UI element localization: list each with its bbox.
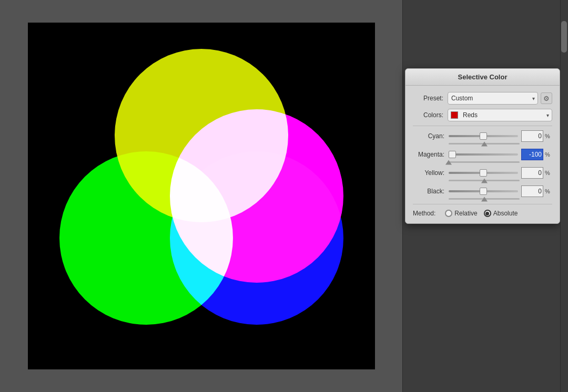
preset-dropdown-wrapper: Custom Default ▾ [448, 92, 538, 105]
yellow-slider-track [449, 180, 520, 181]
magenta-thumb-row [413, 161, 552, 163]
magenta-value-input[interactable] [521, 149, 543, 160]
yellow-slider[interactable] [449, 172, 518, 174]
absolute-label: Absolute [493, 210, 518, 217]
magenta-slider-section: Magenta: % [413, 149, 552, 163]
colors-select[interactable]: Reds Yellows Greens Cyans Blues Magentas… [448, 109, 552, 121]
black-row: Black: % [413, 185, 552, 197]
panel-title-bar: Selective Color [405, 69, 560, 86]
cyan-percent: % [545, 133, 552, 139]
selective-color-panel: Selective Color Preset: Custom Default ▾… [405, 68, 560, 224]
cyan-slider-track [449, 143, 520, 145]
black-thumb-indicator-icon [481, 197, 488, 201]
yellow-row: Yellow: % [413, 167, 552, 179]
magenta-thumb-indicator-icon [445, 160, 452, 164]
gear-icon: ⚙ [543, 95, 550, 102]
cyan-thumb-indicator-icon [481, 141, 488, 146]
yellow-value-input[interactable] [521, 167, 543, 179]
image-frame [28, 23, 375, 369]
black-slider-section: Black: % [413, 185, 552, 200]
cyan-value-input[interactable] [521, 130, 543, 142]
magenta-label: Magenta: [413, 151, 444, 158]
preset-label: Preset: [413, 95, 443, 102]
absolute-option[interactable]: Absolute [484, 210, 518, 217]
magenta-slider-track [449, 161, 520, 163]
magenta-row: Magenta: % [413, 149, 552, 160]
absolute-radio-icon[interactable] [484, 210, 491, 217]
preset-select[interactable]: Custom Default [448, 92, 538, 105]
black-slider[interactable] [449, 190, 518, 192]
magenta-slider[interactable] [449, 153, 518, 156]
black-value-input[interactable] [521, 185, 543, 197]
divider-2 [413, 204, 552, 204]
method-label: Method: [413, 210, 435, 217]
colors-row: Colors: Reds Yellows Greens Cyans Blues … [413, 109, 552, 121]
yellow-thumb-row [413, 180, 552, 181]
scrollbar[interactable] [560, 0, 568, 392]
preset-row: Preset: Custom Default ▾ ⚙ [413, 92, 552, 105]
black-percent: % [545, 188, 552, 194]
cyan-slider[interactable] [449, 135, 518, 137]
black-slider-track [449, 198, 520, 200]
relative-option[interactable]: Relative [445, 210, 477, 217]
black-label: Black: [413, 188, 444, 195]
svg-point-4 [170, 151, 343, 325]
relative-label: Relative [454, 210, 477, 217]
yellow-percent: % [545, 170, 552, 176]
panel-title: Selective Color [458, 73, 508, 81]
cyan-slider-section: Cyan: % [413, 130, 552, 145]
cyan-row: Cyan: % [413, 130, 552, 142]
yellow-label: Yellow: [413, 169, 444, 177]
canvas-area [0, 0, 402, 392]
circles-container [54, 44, 349, 348]
magenta-percent: % [545, 151, 552, 158]
method-row: Method: Relative Absolute [413, 210, 552, 217]
black-thumb-row [413, 198, 552, 200]
colors-dropdown-wrapper: Reds Yellows Greens Cyans Blues Magentas… [448, 109, 552, 121]
relative-radio-icon[interactable] [445, 210, 452, 217]
divider-1 [413, 126, 552, 126]
panel-body: Preset: Custom Default ▾ ⚙ Colors: Reds … [405, 86, 560, 223]
cyan-label: Cyan: [413, 132, 444, 140]
yellow-thumb-indicator-icon [481, 178, 488, 183]
scrollbar-thumb[interactable] [561, 21, 567, 53]
colors-label: Colors: [413, 111, 443, 119]
cyan-thumb-row [413, 143, 552, 145]
yellow-slider-section: Yellow: % [413, 167, 552, 181]
gear-button[interactable]: ⚙ [541, 92, 552, 104]
